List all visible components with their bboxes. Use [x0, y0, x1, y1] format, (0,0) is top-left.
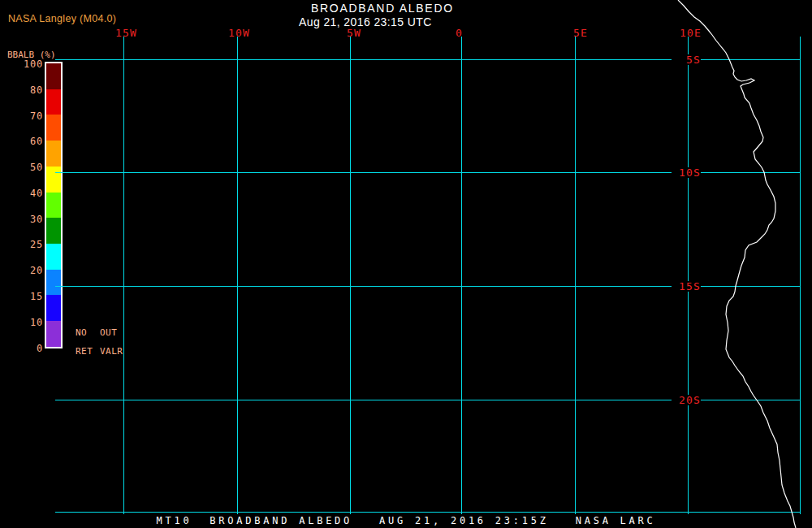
- colorbar-tick-10: 10: [11, 318, 43, 327]
- colorbar-band-80-70: [46, 89, 61, 115]
- legend-valr: VALR: [100, 347, 123, 356]
- lat-label-10s: 10S: [672, 167, 701, 178]
- footer-caption: MT10 BROADBAND ALBEDO AUG 21, 2016 23:15…: [0, 516, 812, 526]
- gridline-v-10w: [237, 37, 238, 514]
- timestamp-label: Aug 21, 2016 23:15 UTC: [299, 15, 432, 28]
- lat-label-20s: 20S: [672, 395, 701, 405]
- lon-label-0: 0: [456, 28, 463, 37]
- colorbar-band-25-20: [46, 244, 61, 270]
- colorbar-tick-80: 80: [11, 85, 43, 95]
- source-label: NASA Langley (M04.0): [8, 13, 116, 24]
- colorbar-band-50-40: [46, 167, 61, 193]
- legend-no: NO: [76, 328, 87, 337]
- lon-label-10e: 10E: [680, 28, 702, 37]
- coastline: [678, 0, 796, 528]
- lon-label-15w: 15W: [115, 28, 137, 37]
- colorbar-band-30-25: [46, 218, 61, 244]
- colorbar-band-20-15: [46, 270, 61, 296]
- colorbar-tick-40: 40: [11, 188, 43, 198]
- legend-ret: RET: [76, 347, 93, 356]
- colorbar-band-60-50: [46, 141, 61, 167]
- gridline-v-10e: [688, 37, 689, 514]
- gridline-v-0: [461, 37, 462, 514]
- gridline-v-15w: [123, 37, 124, 514]
- legend-out: OUT: [100, 328, 117, 337]
- map-right-border: [800, 37, 801, 514]
- lon-label-5e: 5E: [573, 28, 588, 37]
- colorbar-tick-20: 20: [11, 266, 43, 275]
- lat-label-5s: 5S: [672, 54, 701, 65]
- lat-label-15s: 15S: [672, 281, 701, 292]
- colorbar-tick-50: 50: [11, 162, 43, 172]
- colorbar-tick-70: 70: [11, 111, 43, 121]
- colorbar-tick-100: 100: [11, 59, 43, 69]
- albedo-map-product: NASA Langley (M04.0) BROADBAND ALBEDO Au…: [0, 0, 812, 528]
- colorbar: [45, 62, 63, 348]
- colorbar-band-100-80: [46, 63, 61, 89]
- lon-label-5w: 5W: [347, 28, 361, 37]
- colorbar-band-70-60: [46, 115, 61, 141]
- colorbar-tick-0: 0: [11, 344, 43, 353]
- coastline-svg: [0, 0, 812, 528]
- colorbar-tick-60: 60: [11, 136, 43, 146]
- colorbar-tick-25: 25: [11, 240, 43, 249]
- page-title: BROADBAND ALBEDO: [311, 2, 454, 15]
- gridline-v-5w: [350, 37, 351, 514]
- map-bottom-border: [55, 512, 801, 513]
- colorbar-band-15-10: [46, 295, 61, 321]
- gridline-v-5e: [575, 37, 576, 514]
- lon-label-10w: 10W: [228, 28, 250, 37]
- colorbar-band-10-0: [46, 321, 61, 347]
- colorbar-band-40-30: [46, 193, 61, 219]
- colorbar-tick-15: 15: [11, 292, 43, 301]
- colorbar-tick-30: 30: [11, 214, 43, 224]
